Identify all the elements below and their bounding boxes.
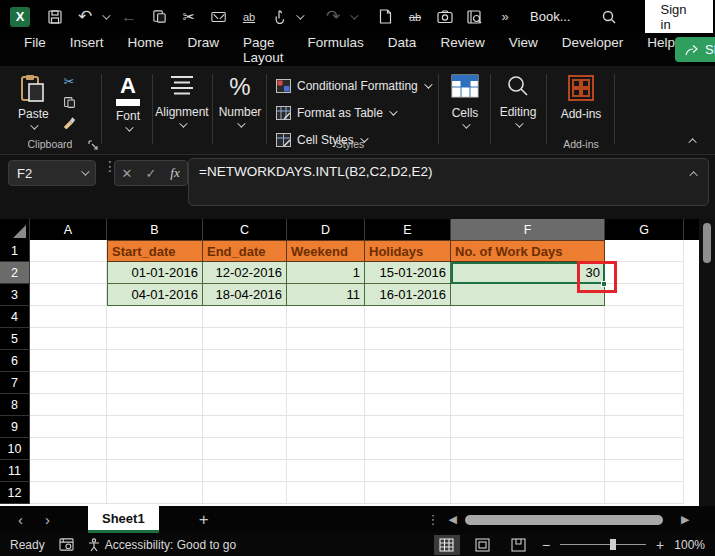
cell-D3[interactable]: 11 (287, 284, 365, 306)
cell-C10[interactable] (203, 438, 287, 460)
cell-G11[interactable] (605, 460, 684, 482)
strikethrough-icon[interactable]: ab (402, 4, 428, 30)
cell-A3[interactable] (30, 284, 107, 306)
cell-E2[interactable]: 15-01-2016 (365, 262, 451, 284)
cut-button[interactable]: ✂ (64, 74, 75, 89)
cell-D11[interactable] (287, 460, 365, 482)
cell-D8[interactable] (287, 394, 365, 416)
find-replace-icon[interactable]: ab (236, 4, 262, 30)
accessibility-status[interactable]: Accessibility: Good to go (88, 538, 236, 552)
formula-bar-drag-handle[interactable]: ⋮ (103, 163, 107, 170)
cell-E4[interactable] (365, 306, 451, 328)
sheet-tab-sheet1[interactable]: Sheet1 (88, 506, 159, 533)
column-header-G[interactable]: G (605, 219, 684, 240)
editing-dropdown-icon[interactable] (515, 119, 523, 127)
column-header-A[interactable]: A (30, 219, 107, 240)
cell-B10[interactable] (107, 438, 203, 460)
cell-A4[interactable] (30, 306, 107, 328)
row-header-5[interactable]: 5 (0, 328, 30, 350)
cell-C1[interactable]: End_date (203, 240, 287, 262)
format-painter-button[interactable] (62, 116, 76, 129)
cell-B9[interactable] (107, 416, 203, 438)
tab-home[interactable]: Home (128, 29, 164, 71)
paste-dropdown-icon[interactable] (31, 121, 39, 129)
collapse-formula-bar-icon[interactable] (689, 171, 697, 179)
number-dropdown-icon[interactable] (237, 119, 245, 127)
cell-G3[interactable] (605, 284, 684, 306)
cell-A9[interactable] (30, 416, 107, 438)
cell-B3[interactable]: 04-01-2016 (107, 284, 203, 306)
cell-F7[interactable] (451, 372, 605, 394)
scroll-right-icon[interactable]: ▶ (681, 513, 689, 526)
zoom-out-button[interactable]: − (542, 537, 550, 553)
more-commands-icon[interactable]: » (492, 4, 518, 30)
cell-C3[interactable]: 18-04-2016 (203, 284, 287, 306)
tab-review[interactable]: Review (440, 29, 484, 71)
insert-function-button[interactable]: fx (163, 165, 187, 181)
cell-E5[interactable] (365, 328, 451, 350)
back-icon[interactable]: ← (116, 4, 142, 30)
vertical-scrollbar[interactable] (699, 219, 715, 506)
row-header-6[interactable]: 6 (0, 350, 30, 372)
cell-B7[interactable] (107, 372, 203, 394)
row-header-7[interactable]: 7 (0, 372, 30, 394)
cell-G2[interactable] (605, 262, 684, 284)
clipboard-dialog-launcher-icon[interactable] (88, 140, 98, 150)
cell-B12[interactable] (107, 482, 203, 504)
row-header-12[interactable]: 12 (0, 482, 30, 504)
cell-B5[interactable] (107, 328, 203, 350)
cell-A7[interactable] (30, 372, 107, 394)
row-header-11[interactable]: 11 (0, 460, 30, 482)
column-header-B[interactable]: B (107, 219, 203, 240)
row-header-8[interactable]: 8 (0, 394, 30, 416)
next-sheet-button[interactable]: › (45, 511, 50, 528)
tab-draw[interactable]: Draw (188, 29, 220, 71)
cell-F3[interactable] (451, 284, 605, 306)
cell-F9[interactable] (451, 416, 605, 438)
paste-button[interactable]: Paste (18, 74, 49, 130)
cell-A11[interactable] (30, 460, 107, 482)
cell-D1[interactable]: Weekend (287, 240, 365, 262)
fill-handle[interactable] (601, 281, 607, 287)
new-document-icon[interactable] (372, 4, 398, 30)
cell-B4[interactable] (107, 306, 203, 328)
cell-G12[interactable] (605, 482, 684, 504)
cell-D10[interactable] (287, 438, 365, 460)
cell-F2[interactable]: 30 (451, 262, 605, 284)
copy-icon[interactable] (146, 4, 172, 30)
cell-E9[interactable] (365, 416, 451, 438)
zoom-slider-thumb[interactable] (610, 539, 616, 550)
tabbar-drag-handle[interactable]: ⋮ (427, 517, 431, 523)
cell-A10[interactable] (30, 438, 107, 460)
cell-C11[interactable] (203, 460, 287, 482)
share-button[interactable]: Share (675, 37, 715, 62)
touch-mode-icon[interactable] (266, 4, 292, 30)
cut-icon[interactable]: ✂ (176, 4, 202, 30)
undo-icon[interactable]: ↶ (72, 4, 98, 30)
column-header-F[interactable]: F (451, 219, 605, 240)
cell-E7[interactable] (365, 372, 451, 394)
normal-view-button[interactable] (434, 535, 460, 555)
column-header-C[interactable]: C (203, 219, 287, 240)
row-header-3[interactable]: 3 (0, 284, 30, 306)
touch-mode-dropdown-icon[interactable] (296, 14, 306, 20)
cell-D2[interactable]: 1 (287, 262, 365, 284)
cell-E11[interactable] (365, 460, 451, 482)
cell-F5[interactable] (451, 328, 605, 350)
cell-A12[interactable] (30, 482, 107, 504)
zoom-in-button[interactable]: + (656, 537, 664, 553)
column-header-E[interactable]: E (365, 219, 451, 240)
tab-formulas[interactable]: Formulas (308, 29, 364, 71)
cell-D4[interactable] (287, 306, 365, 328)
cell-C4[interactable] (203, 306, 287, 328)
row-header-9[interactable]: 9 (0, 416, 30, 438)
alignment-dropdown-icon[interactable] (179, 119, 187, 127)
cell-C12[interactable] (203, 482, 287, 504)
cells-dropdown-icon[interactable] (462, 120, 470, 128)
cell-D7[interactable] (287, 372, 365, 394)
cell-F8[interactable] (451, 394, 605, 416)
prev-sheet-button[interactable]: ‹ (18, 511, 23, 528)
row-header-10[interactable]: 10 (0, 438, 30, 460)
format-as-table-button[interactable]: Format as Table (276, 101, 430, 125)
cell-C7[interactable] (203, 372, 287, 394)
